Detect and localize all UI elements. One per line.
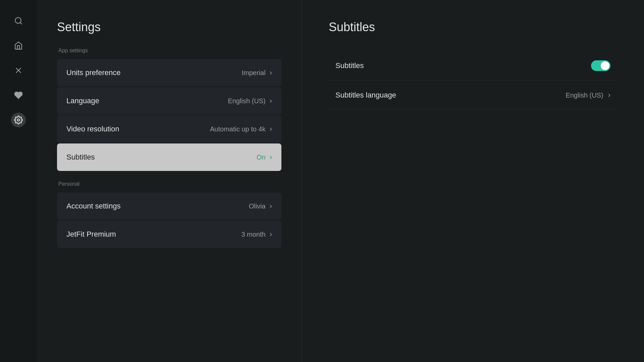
units-chevron-icon: › [270, 68, 272, 77]
toggle-knob [601, 61, 609, 70]
units-right: Imperial › [242, 68, 272, 77]
language-item[interactable]: Language English (US) › [57, 87, 281, 115]
subtitles-value: On [257, 154, 266, 161]
language-label: Language [66, 97, 99, 105]
premium-item[interactable]: JetFit Premium 3 month › [57, 221, 281, 248]
subtitles-right: On › [257, 153, 272, 162]
video-chevron-icon: › [270, 125, 272, 133]
subtitles-detail-list: Subtitles Subtitles language English (US… [329, 51, 617, 109]
search-icon[interactable] [11, 13, 26, 28]
premium-chevron-icon: › [270, 230, 272, 239]
subtitles-item[interactable]: Subtitles On › [57, 143, 281, 171]
units-value: Imperial [242, 69, 266, 77]
video-resolution-item[interactable]: Video resolution Automatic up to 4k › [57, 115, 281, 143]
premium-label: JetFit Premium [66, 230, 116, 239]
premium-right: 3 month › [241, 230, 272, 239]
subtitles-language-right: English (US) › [566, 91, 610, 100]
subtitles-chevron-icon: › [270, 153, 272, 162]
language-right: English (US) › [228, 97, 272, 105]
video-right: Automatic up to 4k › [210, 125, 272, 133]
units-label: Units preference [66, 68, 120, 77]
account-settings-item[interactable]: Account settings Olivia › [57, 192, 281, 220]
language-chevron-icon: › [270, 97, 272, 105]
units-preference-item[interactable]: Units preference Imperial › [57, 59, 281, 86]
personal-label: Personal [57, 181, 281, 187]
settings-panel: Settings App settings Units preference I… [37, 0, 302, 362]
account-chevron-icon: › [270, 202, 272, 210]
subtitles-language-label: Subtitles language [335, 91, 396, 100]
settings-icon[interactable] [11, 113, 26, 127]
svg-point-4 [17, 119, 20, 121]
account-value: Olivia [249, 202, 266, 210]
account-right: Olivia › [249, 202, 272, 210]
favorites-icon[interactable] [11, 88, 26, 103]
subtitles-detail-label: Subtitles [335, 61, 364, 70]
subtitles-toggle-item: Subtitles [329, 51, 617, 81]
sidebar [0, 0, 37, 362]
subtitles-language-item[interactable]: Subtitles language English (US) › [329, 81, 617, 109]
app-settings-label: App settings [57, 48, 281, 54]
subtitles-language-chevron-icon: › [608, 91, 610, 100]
home-icon[interactable] [11, 38, 26, 53]
subtitles-toggle[interactable] [591, 60, 610, 71]
subtitles-language-value: English (US) [566, 92, 603, 99]
page-title: Settings [57, 20, 281, 34]
tools-icon[interactable] [11, 63, 26, 78]
video-value: Automatic up to 4k [210, 125, 266, 133]
app-settings-section: App settings Units preference Imperial ›… [57, 48, 281, 171]
subtitles-detail-panel: Subtitles Subtitles Subtitles language E… [302, 0, 644, 362]
premium-value: 3 month [241, 231, 265, 238]
svg-line-1 [20, 22, 22, 24]
personal-section: Personal Account settings Olivia › JetFi… [57, 181, 281, 248]
app-settings-list: Units preference Imperial › Language Eng… [57, 59, 281, 171]
personal-list: Account settings Olivia › JetFit Premium… [57, 192, 281, 248]
subtitles-label: Subtitles [66, 153, 95, 162]
video-label: Video resolution [66, 125, 119, 133]
language-value: English (US) [228, 97, 265, 105]
account-label: Account settings [66, 202, 120, 210]
panel-title: Subtitles [329, 20, 617, 34]
